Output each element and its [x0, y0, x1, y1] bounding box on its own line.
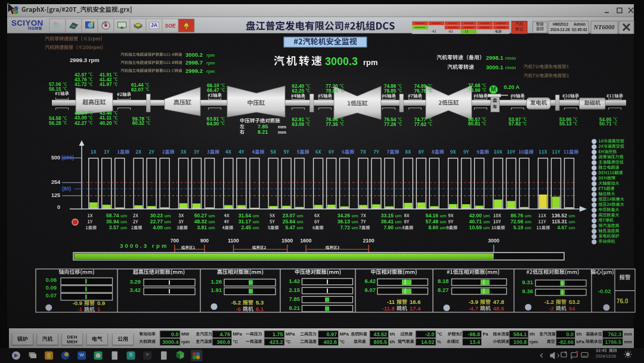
svg-text:S: S [129, 352, 133, 358]
svg-text:>: > [146, 352, 149, 357]
svg-text:W: W [79, 352, 84, 358]
svg-text:2024/12/26: 2024/12/26 [596, 354, 616, 358]
